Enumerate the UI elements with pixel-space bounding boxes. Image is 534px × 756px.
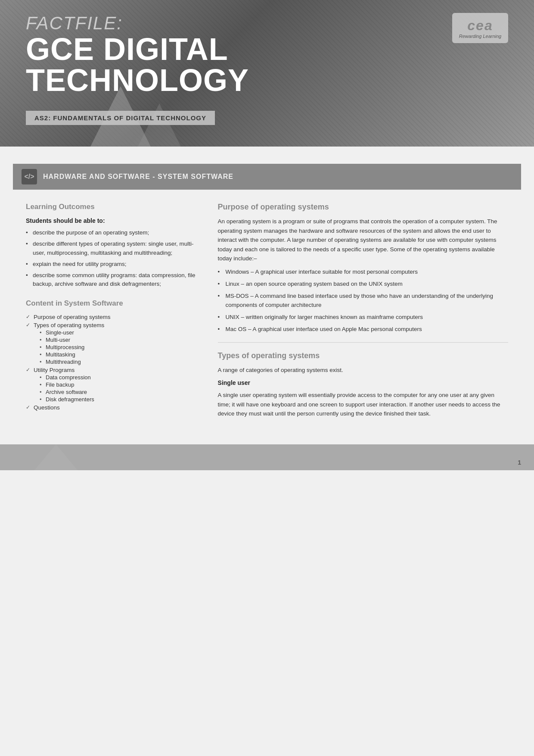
toc-item: Purpose of operating systems [26,314,196,320]
content-section: Content in System Software Purpose of op… [26,299,196,411]
toc-item: Questions [26,404,196,411]
header-title-line1: GCE DIGITAL [26,34,249,65]
toc-sub-item: Multi-user [40,337,196,343]
toc-sub-item: Multithreading [40,359,196,365]
left-column: Learning Outcomes Students should be abl… [26,203,209,423]
types-intro: A range of categories of operating syste… [218,366,508,375]
list-item: describe some common utility programs: d… [26,271,196,289]
toc-item: Utility Programs Data compression File b… [26,367,196,403]
footer: 1 [0,444,534,470]
list-item: Mac OS – A graphical user interface used… [218,325,508,334]
main-content: Learning Outcomes Students should be abl… [0,190,534,436]
list-item: describe different types of operating sy… [26,240,196,257]
toc-sub-list: Single-user Multi-user Multiprocessing M… [40,329,196,365]
content-heading: Content in System Software [26,299,196,308]
page-number: 1 [518,459,521,466]
single-user-body: A single user operating system will esse… [218,390,508,419]
code-icon: </> [22,169,37,184]
factfile-label: FACTFILE: [26,13,249,34]
toc-sub-item: Archive software [40,389,196,395]
section-title: HARDWARE AND SOFTWARE - SYSTEM SOFTWARE [43,173,233,181]
students-label: Students should be able to: [26,217,196,224]
footer-shape [34,444,78,470]
header-title-area: FACTFILE: GCE DIGITAL TECHNOLOGY [26,13,249,96]
section-header: </> HARDWARE AND SOFTWARE - SYSTEM SOFTW… [13,164,521,190]
list-item: UNIX – written originally for larger mac… [218,313,508,322]
toc-sub-item: Single-user [40,329,196,336]
toc-sub-item: Multiprocessing [40,344,196,350]
header: FACTFILE: GCE DIGITAL TECHNOLOGY cea Rew… [0,0,534,147]
toc-sub-item: Disk defragmenters [40,396,196,403]
types-heading: Types of operating systems [218,351,508,360]
header-title-line2: TECHNOLOGY [26,65,249,96]
cea-logo-text: cea [467,18,493,34]
list-item: MS-DOS – A command line based interface … [218,292,508,309]
list-item: describe the purpose of an operating sys… [26,228,196,237]
section-divider [218,342,508,343]
right-column: Purpose of operating systems An operatin… [209,203,508,423]
list-item: Linux – an open source operating system … [218,280,508,288]
cea-logo-subtitle: Rewarding Learning [459,34,501,39]
subtitle-bar: AS2: FUNDAMENTALS OF DIGITAL TECHNOLOGY [26,111,215,125]
purpose-body: An operating system is a program or suit… [218,217,508,263]
toc-item: Types of operating systems Single-user M… [26,322,196,365]
subtitle-text: AS2: FUNDAMENTALS OF DIGITAL TECHNOLOGY [34,114,206,122]
outcomes-list: describe the purpose of an operating sys… [26,228,196,289]
toc-sub-list: Data compression File backup Archive sof… [40,374,196,403]
os-list: Windows – A graphical user interface sui… [218,268,508,334]
toc-list: Purpose of operating systems Types of op… [26,314,196,411]
toc-sub-item: Data compression [40,374,196,381]
header-shape-2 [138,103,181,147]
toc-sub-item: File backup [40,381,196,388]
cea-logo: cea Rewarding Learning [452,13,508,43]
purpose-heading: Purpose of operating systems [218,203,508,212]
learning-outcomes-heading: Learning Outcomes [26,203,196,211]
toc-sub-item: Multitasking [40,351,196,358]
list-item: Windows – A graphical user interface sui… [218,268,508,276]
single-user-heading: Single user [218,379,508,386]
list-item: explain the need for utility programs; [26,260,196,269]
